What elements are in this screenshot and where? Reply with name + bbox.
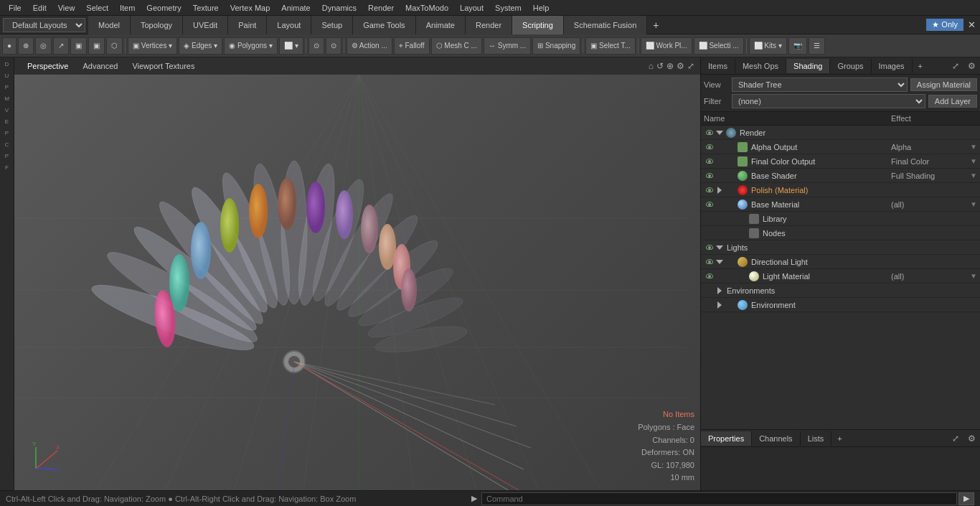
tab-scripting[interactable]: Scripting xyxy=(512,16,564,34)
sidebar-item-p[interactable]: P xyxy=(1,84,13,94)
expand-lights[interactable] xyxy=(715,245,724,250)
viewport-tab-perspective[interactable]: Perspective xyxy=(20,60,75,72)
shader-row-library[interactable]: Library xyxy=(701,212,980,226)
vp-rotate-icon[interactable]: ↺ xyxy=(656,61,664,71)
menu-view[interactable]: View xyxy=(52,2,81,14)
tab-layout[interactable]: Layout xyxy=(267,16,311,34)
toolbar-hex[interactable]: ⬡ xyxy=(106,37,123,55)
toolbar-falloff[interactable]: ⌖ Falloff xyxy=(394,37,430,55)
toolbar-origin[interactable]: ⊕ xyxy=(18,37,34,55)
star-button[interactable]: ★ Only xyxy=(926,19,963,31)
shader-row-alpha-output[interactable]: Alpha Output Alpha ▼ xyxy=(701,140,980,154)
bp-tab-channels[interactable]: Channels xyxy=(752,431,800,446)
tab-game-tools[interactable]: Game Tools xyxy=(353,16,416,34)
expand-render[interactable] xyxy=(715,131,724,135)
toolbar-rect2[interactable]: ▣ xyxy=(88,37,105,55)
bp-settings-icon[interactable]: ⚙ xyxy=(963,431,980,446)
toolbar-work-pl[interactable]: ⬜ Work Pl... xyxy=(641,37,692,55)
shader-row-base-material[interactable]: Base Material (all) ▼ xyxy=(701,197,980,212)
sidebar-item-e[interactable]: E xyxy=(1,118,13,128)
toolbar-move[interactable]: ↗ xyxy=(53,37,69,55)
command-go-button[interactable]: ▶ xyxy=(958,492,974,505)
eye-polish[interactable] xyxy=(704,186,715,194)
rp-tab-items[interactable]: Items xyxy=(701,59,735,73)
eye-light-material[interactable] xyxy=(704,272,715,280)
toolbar-select-t[interactable]: ▣ Select T... xyxy=(585,37,636,55)
view-select[interactable]: Shader Tree xyxy=(732,78,908,92)
eye-base-material[interactable] xyxy=(704,200,715,208)
expand-directional-light[interactable] xyxy=(715,260,724,264)
sidebar-item-d[interactable]: D xyxy=(1,61,13,71)
toolbar-sym1[interactable]: ⊙ xyxy=(308,37,324,55)
shader-row-environment[interactable]: Environment xyxy=(701,298,980,312)
eye-render[interactable] xyxy=(704,128,715,136)
viewport-tab-advanced[interactable]: Advanced xyxy=(75,60,125,72)
effect-dd-alpha-output[interactable]: ▼ xyxy=(970,143,977,151)
shader-row-final-color[interactable]: Final Color Output Final Color ▼ xyxy=(701,154,980,169)
expand-environment[interactable] xyxy=(715,301,724,309)
tab-render[interactable]: Render xyxy=(466,16,512,34)
bp-tab-properties[interactable]: Properties xyxy=(701,431,752,446)
toolbar-camera[interactable]: 📷 xyxy=(788,37,807,55)
toolbar-selecti[interactable]: ⬜ Selecti ... xyxy=(694,37,744,55)
shader-row-light-material[interactable]: Light Material (all) ▼ xyxy=(701,269,980,284)
tab-plus[interactable]: + xyxy=(647,17,664,34)
tab-animate[interactable]: Animate xyxy=(416,16,466,34)
viewport[interactable]: Perspective Advanced Viewport Textures ⌂… xyxy=(14,57,700,490)
effect-dd-light-material[interactable]: ▼ xyxy=(970,272,977,280)
shader-row-lights[interactable]: Lights xyxy=(701,240,980,255)
eye-base-shader[interactable] xyxy=(704,172,715,179)
toolbar-record[interactable]: ● xyxy=(2,37,17,55)
add-layer-button[interactable]: Add Layer xyxy=(928,95,977,108)
expand-polish[interactable] xyxy=(715,187,724,194)
effect-dd-final-color[interactable]: ▼ xyxy=(970,157,977,165)
shader-row-nodes[interactable]: Nodes xyxy=(701,226,980,240)
eye-final-color[interactable] xyxy=(704,157,715,165)
tab-uvedit[interactable]: UVEdit xyxy=(183,16,228,34)
sidebar-item-m[interactable]: M xyxy=(1,95,13,106)
toolbar-polygons[interactable]: ◉ Polygons ▾ xyxy=(224,37,278,55)
shader-row-render[interactable]: Render xyxy=(701,126,980,140)
tab-paint[interactable]: Paint xyxy=(228,16,267,34)
menu-geometry[interactable]: Geometry xyxy=(141,2,187,14)
tab-model[interactable]: Model xyxy=(88,16,131,34)
eye-alpha-output[interactable] xyxy=(704,143,715,151)
menu-help[interactable]: Help xyxy=(527,2,555,14)
menu-item[interactable]: Item xyxy=(114,2,141,14)
effect-dd-base-shader[interactable]: ▼ xyxy=(970,172,977,179)
toolbar-menu[interactable]: ☰ xyxy=(809,37,825,55)
rp-settings-icon[interactable]: ⚙ xyxy=(963,58,980,74)
sidebar-item-f[interactable]: F xyxy=(1,164,13,174)
menu-render[interactable]: Render xyxy=(362,2,400,14)
menu-select[interactable]: Select xyxy=(80,2,114,14)
toolbar-circle[interactable]: ◎ xyxy=(35,37,52,55)
toolbar-sym2[interactable]: ⊙ xyxy=(326,37,341,55)
menu-dynamics[interactable]: Dynamics xyxy=(316,2,362,14)
vp-settings-icon[interactable]: ⚙ xyxy=(677,61,684,71)
toolbar-edges[interactable]: ◈ Edges ▾ xyxy=(179,37,222,55)
expand-environments[interactable] xyxy=(715,287,724,294)
menu-vertex-map[interactable]: Vertex Map xyxy=(225,2,276,14)
toolbar-symm[interactable]: ↔ Symm ... xyxy=(484,37,531,55)
rp-tab-groups[interactable]: Groups xyxy=(830,59,871,73)
tab-topology[interactable]: Topology xyxy=(131,16,183,34)
menu-maxtomodo[interactable]: MaxToModo xyxy=(400,2,454,14)
vp-expand-icon[interactable]: ⤢ xyxy=(687,61,694,71)
rp-expand-icon[interactable]: ⤢ xyxy=(948,58,963,74)
sidebar-item-u[interactable]: U xyxy=(1,72,13,83)
menu-animate[interactable]: Animate xyxy=(275,2,316,14)
toolbar-mesh-c[interactable]: ⬡ Mesh C ... xyxy=(431,37,482,55)
close-layout[interactable]: ✕ xyxy=(963,18,980,32)
rp-tab-images[interactable]: Images xyxy=(872,59,913,73)
vp-zoom-icon[interactable]: ⊕ xyxy=(666,61,674,71)
tab-schematic-fusion[interactable]: Schematic Fusion xyxy=(564,16,647,34)
shader-row-directional-light[interactable]: Directional Light xyxy=(701,255,980,269)
toolbar-kits[interactable]: ⬜ Kits ▾ xyxy=(749,37,787,55)
viewport-tab-textures[interactable]: Viewport Textures xyxy=(125,60,202,72)
menu-edit[interactable]: Edit xyxy=(27,2,52,14)
viewport-canvas[interactable]: No Items Polygons : Face Channels: 0 Def… xyxy=(14,75,700,490)
toolbar-vertices[interactable]: ▣ Vertices ▾ xyxy=(128,37,177,55)
menu-system[interactable]: System xyxy=(489,2,527,14)
toolbar-rect[interactable]: ▣ xyxy=(70,37,87,55)
eye-directional-light[interactable] xyxy=(704,258,715,266)
